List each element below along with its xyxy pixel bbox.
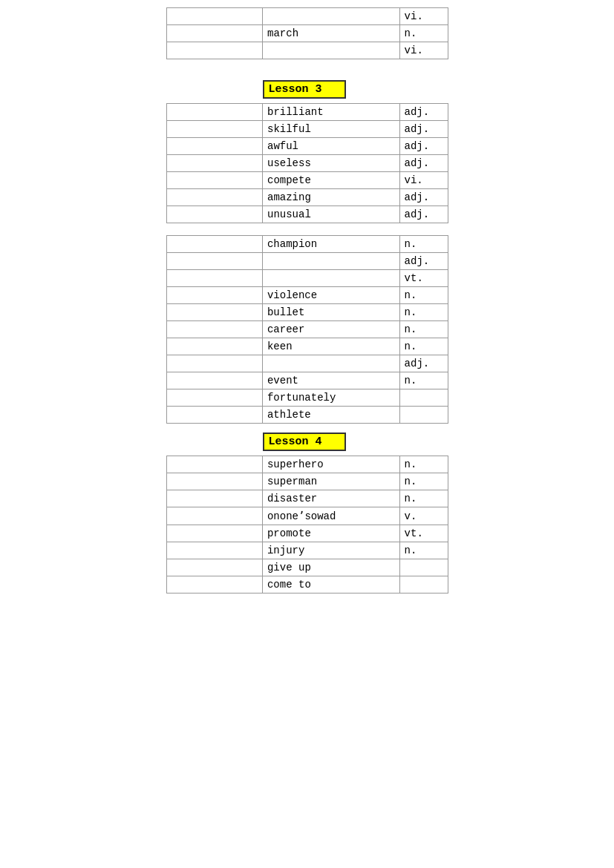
lesson4-label: Lesson 4 (263, 433, 346, 451)
table-row: keenn. (166, 338, 448, 355)
table-row: championn. (166, 236, 448, 253)
lesson4-table: superheron.supermann.disastern.ononeʼsow… (166, 456, 448, 594)
table-row: adj. (166, 355, 448, 372)
table-row: fortunately (166, 389, 448, 407)
lesson3b-table: championn.adj.vt.violencen.bulletn.caree… (166, 235, 448, 424)
table-row: amazingadj. (166, 189, 448, 206)
table-row: uselessadj. (166, 155, 448, 172)
table-row: careern. (166, 321, 448, 338)
pre-table: vi.marchn.vi. (166, 7, 448, 59)
table-row: vt. (166, 270, 448, 287)
table-row: ononeʼsowadv. (166, 507, 448, 525)
lesson4-header: Lesson 4 (166, 433, 448, 451)
table-row: supermann. (166, 473, 448, 490)
lesson3-label: Lesson 3 (263, 80, 346, 99)
lesson3-table: brilliantadj.skilfuladj.awfuladj.useless… (166, 103, 448, 223)
table-row: marchn. (166, 25, 448, 42)
table-row: athlete (166, 407, 448, 424)
table-row: skilfuladj. (166, 121, 448, 138)
table-row: awfuladj. (166, 138, 448, 155)
table-row: come to (166, 576, 448, 594)
table-row: bulletn. (166, 304, 448, 321)
table-row: unusualadj. (166, 206, 448, 223)
table-row: vi. (166, 8, 448, 25)
table-row: vi. (166, 42, 448, 59)
table-row: eventn. (166, 372, 448, 389)
table-row: competevi. (166, 172, 448, 189)
table-row: violencen. (166, 287, 448, 304)
table-row: disastern. (166, 490, 448, 507)
table-row: promotevt. (166, 525, 448, 542)
table-row: superheron. (166, 456, 448, 473)
table-row: injuryn. (166, 542, 448, 559)
table-row: give up (166, 559, 448, 576)
table-row: brilliantadj. (166, 104, 448, 121)
table-row: adj. (166, 253, 448, 270)
lesson3-header: Lesson 3 (166, 80, 448, 99)
